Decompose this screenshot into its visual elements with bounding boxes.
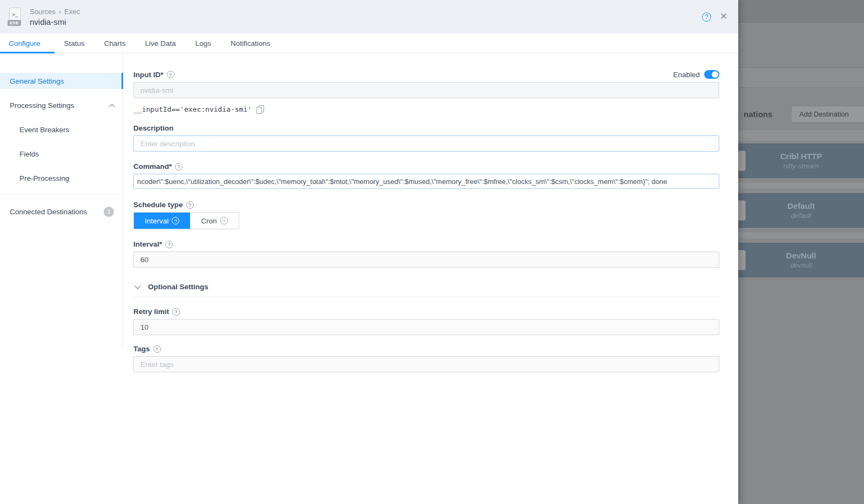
destination-title: Cribl HTTP bbox=[780, 152, 822, 161]
description-label: Description bbox=[133, 124, 719, 132]
background-topbar bbox=[738, 0, 864, 23]
help-icon[interactable] bbox=[167, 71, 174, 78]
enabled-label: Enabled bbox=[673, 71, 700, 79]
header-icons bbox=[702, 12, 728, 22]
general-settings-form: Input ID* Enabled __inputId=='exec:nvidi… bbox=[133, 53, 719, 372]
sidebar-item-event-breakers[interactable]: Event Breakers bbox=[0, 121, 123, 138]
sidebar-item-label: Event Breakers bbox=[19, 126, 69, 134]
destinations-heading: nations bbox=[744, 110, 772, 119]
help-icon[interactable] bbox=[702, 12, 711, 22]
breadcrumb-sources[interactable]: Sources bbox=[30, 8, 56, 16]
destination-card-default: Default default bbox=[738, 193, 864, 228]
terminal-icon: >_ bbox=[9, 8, 21, 21]
enabled-control: Enabled bbox=[673, 70, 719, 79]
close-icon[interactable] bbox=[720, 12, 728, 21]
sidebar-item-fields[interactable]: Fields bbox=[0, 146, 123, 162]
sidebar-item-general-settings[interactable]: General Settings bbox=[0, 73, 123, 89]
tab-status[interactable]: Status bbox=[55, 33, 94, 53]
help-icon[interactable] bbox=[172, 308, 180, 316]
destination-port-chip bbox=[738, 200, 746, 221]
destination-subtitle: nifty-stream bbox=[784, 162, 819, 170]
schedule-option-cron[interactable]: Cron bbox=[190, 213, 238, 229]
dimmed-background: nations Add Destination Cribl HTTP nifty… bbox=[738, 0, 864, 504]
sidebar-item-label: Connected Destinations bbox=[10, 208, 87, 216]
breadcrumb-exec[interactable]: Exec bbox=[64, 8, 80, 16]
tab-live-data[interactable]: Live Data bbox=[136, 33, 186, 53]
optional-settings-toggle[interactable]: Optional Settings bbox=[133, 283, 719, 297]
destination-title: Default bbox=[787, 201, 815, 210]
interval-input[interactable] bbox=[133, 251, 719, 268]
source-config-drawer: >_ EXE Sources › Exec nvidia-smi Configu… bbox=[0, 0, 738, 504]
chevron-down-icon bbox=[134, 283, 140, 289]
interval-label: Interval* bbox=[133, 240, 719, 248]
input-id-field bbox=[133, 82, 719, 98]
background-row bbox=[738, 231, 864, 239]
copy-icon[interactable] bbox=[256, 105, 264, 113]
enabled-toggle[interactable] bbox=[704, 70, 719, 79]
chevron-up-icon bbox=[110, 104, 115, 109]
schedule-type-label: Schedule type bbox=[133, 201, 719, 209]
schedule-option-interval[interactable]: Interval bbox=[134, 213, 190, 229]
breadcrumb-separator: › bbox=[59, 8, 61, 16]
breadcrumb: Sources › Exec bbox=[30, 8, 80, 16]
help-icon[interactable] bbox=[172, 217, 179, 224]
sidebar-divider bbox=[0, 194, 123, 195]
destination-subtitle: devnull bbox=[791, 262, 812, 269]
tab-configure[interactable]: Configure bbox=[0, 33, 55, 53]
add-destination-button: Add Destination bbox=[791, 106, 864, 122]
command-input[interactable] bbox=[133, 174, 719, 189]
input-id-expression-row: __inputId=='exec:nvidia-smi' bbox=[133, 105, 719, 113]
help-icon[interactable] bbox=[165, 241, 173, 248]
destinations-header-row: nations Add Destination bbox=[744, 106, 864, 122]
sidebar-item-pre-processing[interactable]: Pre-Processing bbox=[0, 170, 123, 186]
retry-limit-label: Retry limit bbox=[133, 308, 719, 316]
schedule-type-segmented: Interval Cron bbox=[133, 212, 239, 229]
header-text: Sources › Exec nvidia-smi bbox=[30, 8, 80, 26]
exec-source-icon: >_ EXE bbox=[8, 8, 22, 26]
settings-sidebar: General Settings Processing Settings Eve… bbox=[0, 53, 123, 348]
help-icon[interactable] bbox=[153, 345, 161, 353]
tab-logs[interactable]: Logs bbox=[186, 33, 221, 53]
command-label: Command* bbox=[133, 162, 719, 171]
drawer-header: >_ EXE Sources › Exec nvidia-smi bbox=[0, 0, 738, 33]
retry-limit-input[interactable] bbox=[133, 319, 719, 335]
background-band bbox=[738, 67, 864, 88]
help-icon[interactable] bbox=[186, 201, 194, 209]
destination-card-devnull: DevNull devnull bbox=[738, 243, 864, 277]
tags-input[interactable] bbox=[133, 356, 719, 372]
tab-charts[interactable]: Charts bbox=[94, 33, 136, 53]
sidebar-item-label: Processing Settings bbox=[10, 101, 74, 110]
help-icon[interactable] bbox=[175, 163, 183, 171]
input-id-label: Input ID* bbox=[133, 71, 174, 79]
description-input[interactable] bbox=[133, 135, 719, 152]
screen: nations Add Destination Cribl HTTP nifty… bbox=[0, 0, 864, 504]
destination-card-cribl-http: Cribl HTTP nifty-stream bbox=[738, 144, 864, 178]
exe-badge: EXE bbox=[8, 20, 21, 26]
sidebar-item-label: Fields bbox=[19, 150, 39, 158]
destination-title: DevNull bbox=[786, 251, 816, 260]
help-icon[interactable] bbox=[220, 217, 228, 224]
sidebar-item-connected-destinations[interactable]: Connected Destinations 1 bbox=[0, 203, 123, 220]
input-id-row: Input ID* Enabled bbox=[133, 70, 719, 79]
destination-subtitle: default bbox=[791, 212, 812, 220]
sidebar-item-label: General Settings bbox=[10, 77, 64, 85]
input-id-expression: __inputId=='exec:nvidia-smi' bbox=[133, 105, 252, 113]
sidebar-item-label: Pre-Processing bbox=[19, 174, 69, 182]
sidebar-item-processing-settings[interactable]: Processing Settings bbox=[0, 97, 123, 113]
count-badge: 1 bbox=[104, 207, 114, 217]
destination-port-chip bbox=[738, 250, 746, 270]
background-row bbox=[738, 182, 864, 189]
background-row bbox=[738, 130, 864, 141]
optional-settings-label: Optional Settings bbox=[148, 283, 208, 291]
tags-label: Tags bbox=[133, 345, 719, 353]
tab-bar: Configure Status Charts Live Data Logs N… bbox=[0, 33, 738, 53]
destination-port-chip bbox=[738, 151, 746, 171]
page-title: nvidia-smi bbox=[30, 17, 80, 26]
tab-notifications[interactable]: Notifications bbox=[221, 33, 280, 53]
